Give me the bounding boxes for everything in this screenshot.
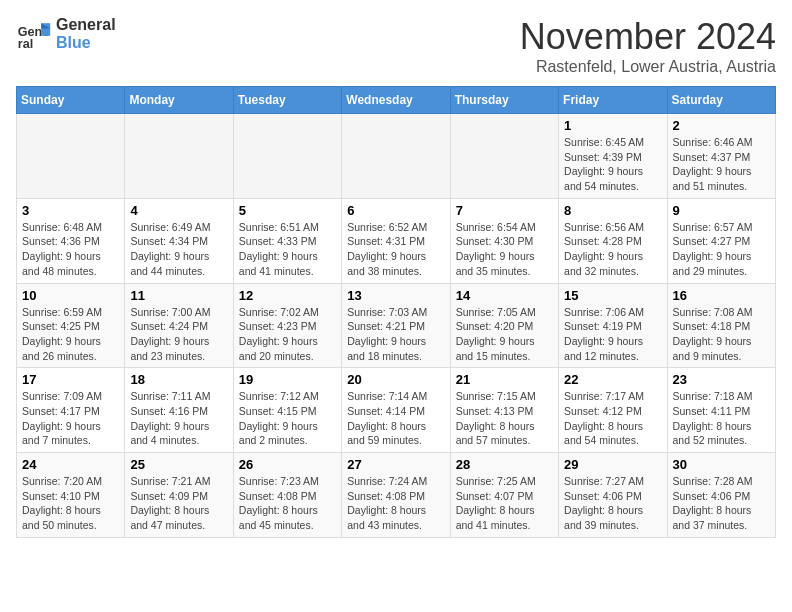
day-info: Sunrise: 7:24 AM Sunset: 4:08 PM Dayligh… [347,474,444,533]
day-number: 13 [347,288,444,303]
day-number: 19 [239,372,336,387]
day-number: 28 [456,457,553,472]
day-number: 16 [673,288,770,303]
day-info: Sunrise: 7:17 AM Sunset: 4:12 PM Dayligh… [564,389,661,448]
day-info: Sunrise: 7:15 AM Sunset: 4:13 PM Dayligh… [456,389,553,448]
day-number: 20 [347,372,444,387]
calendar-cell [233,114,341,199]
day-info: Sunrise: 7:25 AM Sunset: 4:07 PM Dayligh… [456,474,553,533]
calendar-table: SundayMondayTuesdayWednesdayThursdayFrid… [16,86,776,538]
calendar-cell: 20Sunrise: 7:14 AM Sunset: 4:14 PM Dayli… [342,368,450,453]
calendar-cell: 5Sunrise: 6:51 AM Sunset: 4:33 PM Daylig… [233,198,341,283]
calendar-cell: 29Sunrise: 7:27 AM Sunset: 4:06 PM Dayli… [559,453,667,538]
weekday-header-monday: Monday [125,87,233,114]
calendar-cell [17,114,125,199]
weekday-header-tuesday: Tuesday [233,87,341,114]
day-number: 22 [564,372,661,387]
day-number: 3 [22,203,119,218]
day-info: Sunrise: 6:48 AM Sunset: 4:36 PM Dayligh… [22,220,119,279]
month-title: November 2024 [520,16,776,58]
day-info: Sunrise: 7:28 AM Sunset: 4:06 PM Dayligh… [673,474,770,533]
day-info: Sunrise: 6:57 AM Sunset: 4:27 PM Dayligh… [673,220,770,279]
day-number: 23 [673,372,770,387]
calendar-cell [450,114,558,199]
day-info: Sunrise: 6:51 AM Sunset: 4:33 PM Dayligh… [239,220,336,279]
calendar-cell: 1Sunrise: 6:45 AM Sunset: 4:39 PM Daylig… [559,114,667,199]
calendar-week-row: 17Sunrise: 7:09 AM Sunset: 4:17 PM Dayli… [17,368,776,453]
calendar-cell: 27Sunrise: 7:24 AM Sunset: 4:08 PM Dayli… [342,453,450,538]
day-info: Sunrise: 6:52 AM Sunset: 4:31 PM Dayligh… [347,220,444,279]
calendar-cell: 28Sunrise: 7:25 AM Sunset: 4:07 PM Dayli… [450,453,558,538]
day-number: 24 [22,457,119,472]
calendar-cell: 12Sunrise: 7:02 AM Sunset: 4:23 PM Dayli… [233,283,341,368]
calendar-cell: 13Sunrise: 7:03 AM Sunset: 4:21 PM Dayli… [342,283,450,368]
calendar-week-row: 10Sunrise: 6:59 AM Sunset: 4:25 PM Dayli… [17,283,776,368]
day-info: Sunrise: 7:12 AM Sunset: 4:15 PM Dayligh… [239,389,336,448]
day-info: Sunrise: 6:59 AM Sunset: 4:25 PM Dayligh… [22,305,119,364]
calendar-cell: 15Sunrise: 7:06 AM Sunset: 4:19 PM Dayli… [559,283,667,368]
weekday-header-friday: Friday [559,87,667,114]
day-info: Sunrise: 6:46 AM Sunset: 4:37 PM Dayligh… [673,135,770,194]
logo-icon: Gene ral [16,16,52,52]
day-number: 1 [564,118,661,133]
weekday-header-row: SundayMondayTuesdayWednesdayThursdayFrid… [17,87,776,114]
day-number: 9 [673,203,770,218]
day-info: Sunrise: 7:23 AM Sunset: 4:08 PM Dayligh… [239,474,336,533]
day-number: 21 [456,372,553,387]
day-number: 14 [456,288,553,303]
day-number: 25 [130,457,227,472]
logo-line1: General [56,16,116,34]
calendar-week-row: 24Sunrise: 7:20 AM Sunset: 4:10 PM Dayli… [17,453,776,538]
page-header: Gene ral General Blue November 2024 Rast… [16,16,776,76]
day-info: Sunrise: 7:02 AM Sunset: 4:23 PM Dayligh… [239,305,336,364]
calendar-cell: 30Sunrise: 7:28 AM Sunset: 4:06 PM Dayli… [667,453,775,538]
calendar-cell [125,114,233,199]
day-info: Sunrise: 6:45 AM Sunset: 4:39 PM Dayligh… [564,135,661,194]
calendar-week-row: 3Sunrise: 6:48 AM Sunset: 4:36 PM Daylig… [17,198,776,283]
day-info: Sunrise: 7:14 AM Sunset: 4:14 PM Dayligh… [347,389,444,448]
calendar-cell: 3Sunrise: 6:48 AM Sunset: 4:36 PM Daylig… [17,198,125,283]
logo: Gene ral General Blue [16,16,116,52]
day-number: 2 [673,118,770,133]
day-number: 8 [564,203,661,218]
weekday-header-wednesday: Wednesday [342,87,450,114]
day-number: 7 [456,203,553,218]
day-info: Sunrise: 7:05 AM Sunset: 4:20 PM Dayligh… [456,305,553,364]
day-info: Sunrise: 7:09 AM Sunset: 4:17 PM Dayligh… [22,389,119,448]
day-info: Sunrise: 7:18 AM Sunset: 4:11 PM Dayligh… [673,389,770,448]
calendar-week-row: 1Sunrise: 6:45 AM Sunset: 4:39 PM Daylig… [17,114,776,199]
calendar-cell: 7Sunrise: 6:54 AM Sunset: 4:30 PM Daylig… [450,198,558,283]
logo-line2: Blue [56,34,116,52]
location-subtitle: Rastenfeld, Lower Austria, Austria [520,58,776,76]
calendar-cell: 24Sunrise: 7:20 AM Sunset: 4:10 PM Dayli… [17,453,125,538]
calendar-cell: 21Sunrise: 7:15 AM Sunset: 4:13 PM Dayli… [450,368,558,453]
day-number: 11 [130,288,227,303]
day-info: Sunrise: 7:20 AM Sunset: 4:10 PM Dayligh… [22,474,119,533]
day-number: 6 [347,203,444,218]
day-info: Sunrise: 7:08 AM Sunset: 4:18 PM Dayligh… [673,305,770,364]
calendar-cell: 2Sunrise: 6:46 AM Sunset: 4:37 PM Daylig… [667,114,775,199]
day-number: 18 [130,372,227,387]
day-number: 10 [22,288,119,303]
day-info: Sunrise: 7:03 AM Sunset: 4:21 PM Dayligh… [347,305,444,364]
calendar-cell: 25Sunrise: 7:21 AM Sunset: 4:09 PM Dayli… [125,453,233,538]
calendar-cell [342,114,450,199]
weekday-header-sunday: Sunday [17,87,125,114]
day-number: 4 [130,203,227,218]
day-info: Sunrise: 7:11 AM Sunset: 4:16 PM Dayligh… [130,389,227,448]
calendar-cell: 9Sunrise: 6:57 AM Sunset: 4:27 PM Daylig… [667,198,775,283]
calendar-cell: 6Sunrise: 6:52 AM Sunset: 4:31 PM Daylig… [342,198,450,283]
day-info: Sunrise: 7:06 AM Sunset: 4:19 PM Dayligh… [564,305,661,364]
calendar-cell: 26Sunrise: 7:23 AM Sunset: 4:08 PM Dayli… [233,453,341,538]
day-info: Sunrise: 6:49 AM Sunset: 4:34 PM Dayligh… [130,220,227,279]
day-number: 5 [239,203,336,218]
calendar-cell: 16Sunrise: 7:08 AM Sunset: 4:18 PM Dayli… [667,283,775,368]
calendar-cell: 23Sunrise: 7:18 AM Sunset: 4:11 PM Dayli… [667,368,775,453]
day-number: 17 [22,372,119,387]
svg-text:ral: ral [18,37,33,51]
day-info: Sunrise: 6:56 AM Sunset: 4:28 PM Dayligh… [564,220,661,279]
day-number: 12 [239,288,336,303]
day-number: 29 [564,457,661,472]
calendar-cell: 18Sunrise: 7:11 AM Sunset: 4:16 PM Dayli… [125,368,233,453]
title-block: November 2024 Rastenfeld, Lower Austria,… [520,16,776,76]
